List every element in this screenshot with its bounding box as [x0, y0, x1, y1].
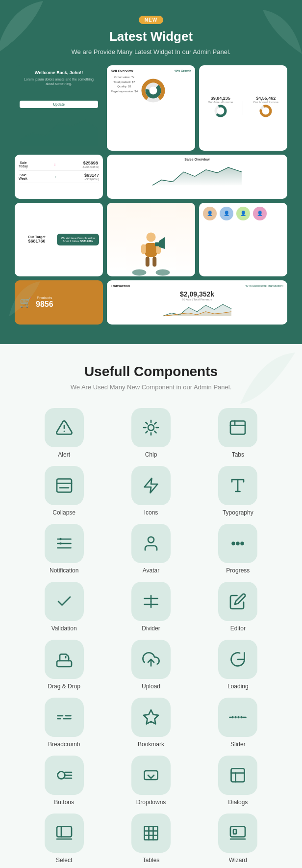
- comp-typography[interactable]: Typography: [198, 466, 278, 516]
- comp-chip[interactable]: Chip: [110, 408, 191, 458]
- comp-alert[interactable]: Alert: [24, 408, 104, 458]
- comp-avatar[interactable]: Avatar: [110, 524, 191, 574]
- svg-point-55: [238, 716, 240, 719]
- comp-drag-drop[interactable]: Drag & Drop: [24, 640, 104, 690]
- comp-loading[interactable]: Loading: [198, 640, 278, 690]
- comp-select-icon-box: [45, 814, 84, 853]
- welcome-title: Wellcome Back, John!!: [20, 70, 98, 75]
- welcome-desc: Lorem ipsum dolors amets and the somethi…: [20, 77, 98, 86]
- comp-collapse-icon-box: [45, 466, 84, 505]
- svg-point-38: [148, 537, 154, 542]
- comp-wizard-label: Wizard: [229, 857, 247, 864]
- svg-point-37: [59, 542, 62, 545]
- comp-avatar-label: Avatar: [143, 567, 159, 574]
- comp-wizard-icon-box: [218, 814, 257, 853]
- drag-drop-icon: [55, 651, 73, 668]
- sales-widget: SaleToday ↓ $25698 -$2658(38%) SaleWeek …: [15, 155, 103, 199]
- comp-dropdowns[interactable]: Dropdowns: [110, 756, 191, 806]
- avatar-3: 👤: [236, 207, 250, 220]
- comp-collapse-label: Collapse: [52, 509, 76, 516]
- sales-today-label: SaleToday: [19, 161, 28, 168]
- components-subtitle: We Are Used Many New Component in our Ad…: [10, 383, 292, 391]
- comp-drag-drop-label: Drag & Drop: [48, 683, 80, 690]
- svg-rect-13: [146, 257, 150, 267]
- comp-icons[interactable]: Icons: [110, 466, 191, 516]
- svg-point-36: [59, 538, 62, 541]
- comp-progress[interactable]: Progress: [198, 524, 278, 574]
- sales-week-change: +$69(60%): [84, 178, 99, 181]
- target-widget: Our Target $681760 We Achieve Completed …: [15, 203, 103, 276]
- comp-tabs[interactable]: Tabs: [198, 408, 278, 458]
- comp-collapse[interactable]: Collapse: [24, 466, 104, 516]
- notification-icon: [55, 535, 73, 552]
- sell-rows: Order value: 7k Total product: $7 Qualit…: [111, 75, 138, 104]
- sales-week-arrow: ↑: [55, 175, 57, 178]
- sell-overview-widget: Sell Overview 40% Growth Order value: 7k…: [107, 65, 195, 151]
- comp-validation-label: Validation: [51, 625, 77, 632]
- svg-point-23: [148, 425, 154, 431]
- comp-dialogs[interactable]: Dialogs: [198, 756, 278, 806]
- comp-slider[interactable]: Slider: [198, 698, 278, 748]
- comp-buttons[interactable]: Buttons: [24, 756, 104, 806]
- loading-icon: [229, 651, 247, 668]
- income-widget: $9,84,235 Our Annual Income $4,55,462 Ou…: [199, 65, 287, 151]
- svg-rect-11: [141, 244, 146, 254]
- breadcrumb-icon: [55, 708, 73, 726]
- svg-point-54: [235, 716, 237, 719]
- target-right: We Achieve Completed In After 3 Inbox $6…: [57, 234, 99, 245]
- buttons-icon: [55, 766, 73, 784]
- svg-point-53: [232, 716, 234, 719]
- comp-tables[interactable]: Tables: [110, 814, 191, 864]
- avatar-2: 👤: [220, 207, 233, 220]
- overview-chart-widget: Sales Overview: [107, 155, 287, 199]
- comp-loading-label: Loading: [227, 683, 249, 690]
- hero-subtitle: We are Provide Many Latest Widget In our…: [10, 48, 292, 55]
- comp-breadcrumb-label: Breadcrumb: [48, 741, 80, 748]
- comp-upload-label: Upload: [142, 683, 160, 690]
- comp-buttons-label: Buttons: [54, 799, 74, 806]
- income-item-2: $4,55,462 Our Annual Income: [253, 96, 278, 120]
- comp-bookmark[interactable]: Bookmark: [110, 698, 191, 748]
- comp-select[interactable]: Select: [24, 814, 104, 864]
- components-grid: Alert Chip Tabs Collapse: [24, 408, 278, 868]
- comp-dialogs-label: Dialogs: [228, 799, 248, 806]
- comp-buttons-icon-box: [45, 756, 84, 795]
- sell-badge: 40% Growth: [174, 69, 191, 73]
- bookmark-icon: [142, 708, 160, 726]
- sales-week-row: SaleWeek ↑ $63147 +$69(60%): [19, 171, 99, 183]
- comp-notification-icon-box: [45, 524, 84, 563]
- svg-rect-46: [57, 661, 72, 667]
- comp-divider[interactable]: Divider: [110, 582, 191, 632]
- welcome-update-button[interactable]: Update: [20, 101, 98, 108]
- welcome-chart: [20, 113, 98, 146]
- widget-preview-grid: Wellcome Back, John!! Lorem ipsum dolors…: [10, 65, 292, 325]
- comp-dialogs-icon-box: [218, 756, 257, 795]
- mascot-svg: [131, 229, 171, 276]
- tabs-icon: [229, 419, 247, 436]
- comp-tables-icon-box: [131, 814, 171, 853]
- comp-typography-label: Typography: [223, 509, 253, 516]
- comp-notification[interactable]: Notification: [24, 524, 104, 574]
- svg-rect-14: [152, 257, 156, 267]
- dialogs-icon: [229, 766, 247, 784]
- comp-upload[interactable]: Upload: [110, 640, 191, 690]
- hero-section: NEW Latest Widget We are Provide Many La…: [0, 0, 302, 344]
- sales-today-change: -$2658(38%): [82, 165, 99, 168]
- comp-alert-icon-box: [45, 408, 84, 447]
- sales-week-label: SaleWeek: [19, 173, 27, 180]
- income-val-2: $4,55,462: [253, 96, 278, 101]
- comp-editor[interactable]: Editor: [198, 582, 278, 632]
- comp-progress-label: Progress: [226, 567, 250, 574]
- comp-editor-icon-box: [218, 582, 257, 621]
- welcome-widget: Wellcome Back, John!! Lorem ipsum dolors…: [15, 65, 103, 151]
- wizard-icon: [229, 824, 247, 842]
- comp-breadcrumb[interactable]: Breadcrumb: [24, 698, 104, 748]
- comp-tabs-label: Tabs: [232, 451, 244, 458]
- sales-today-row: SaleToday ↓ $25698 -$2658(38%): [19, 159, 99, 171]
- typography-icon: [229, 477, 247, 494]
- svg-marker-15: [159, 237, 165, 249]
- comp-bookmark-label: Bookmark: [138, 741, 164, 748]
- transaction-header: Transaction 497k Successful Transaction!: [111, 284, 283, 288]
- comp-wizard[interactable]: Wizard: [198, 814, 278, 864]
- comp-validation[interactable]: Validation: [24, 582, 104, 632]
